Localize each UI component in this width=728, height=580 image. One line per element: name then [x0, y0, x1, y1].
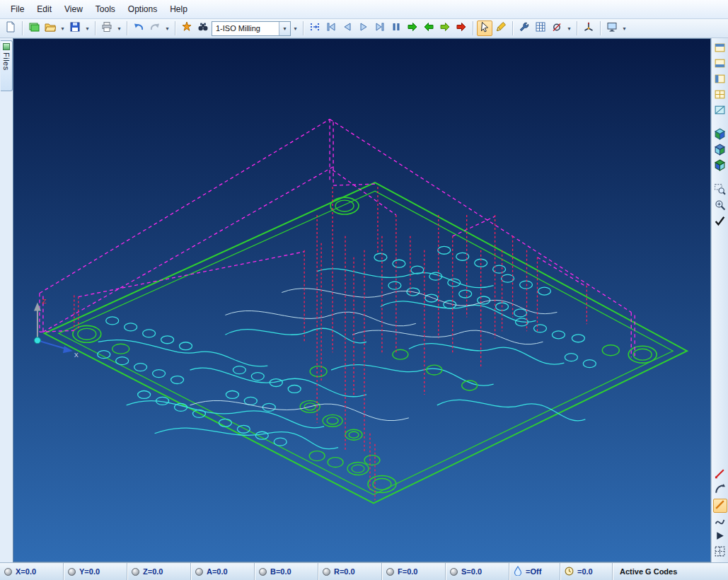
green-arrow-right-icon: [439, 21, 451, 35]
svg-text:X: X: [74, 352, 79, 359]
view-plane-button[interactable]: [713, 104, 727, 118]
toolbar-separator: [127, 21, 127, 35]
main-toolbar: ▾ ▾ ▾ ▾: [0, 19, 728, 38]
files-tab[interactable]: Files: [1, 40, 13, 91]
view-front-button[interactable]: [713, 57, 727, 71]
led-icon: [323, 568, 330, 576]
grid-toggle-button[interactable]: [713, 545, 727, 559]
table-icon: [535, 21, 546, 35]
zoom-window-button[interactable]: [713, 183, 727, 197]
machine-settings-button[interactable]: [179, 21, 195, 36]
timer-status: =0.0: [560, 563, 613, 580]
toolbar-separator: [175, 21, 175, 35]
dro-r-value: R=0.0: [334, 567, 355, 576]
app-window: File Edit View Tools Options Help ▾: [0, 0, 728, 580]
step-back-button[interactable]: [340, 21, 355, 36]
clock-icon: [565, 567, 574, 577]
skip-to-start-button[interactable]: [323, 21, 339, 36]
view-quad-button[interactable]: [713, 88, 727, 103]
spline-mode-button[interactable]: [713, 514, 727, 528]
droplet-icon: [514, 566, 522, 577]
run-forward-button[interactable]: [405, 21, 420, 36]
undo-icon: [133, 21, 144, 35]
redo-icon: [149, 21, 161, 35]
view-side-icon: [714, 73, 726, 88]
single-step-button[interactable]: [307, 21, 323, 36]
edit-pencil-button[interactable]: [493, 21, 509, 36]
save-dropdown-arrow[interactable]: ▾: [83, 21, 91, 36]
view-side-button[interactable]: [713, 73, 727, 87]
toolbar-separator: [577, 21, 577, 35]
menu-file[interactable]: File: [4, 1, 30, 17]
wedge-icon: [714, 530, 726, 545]
undo-button[interactable]: [131, 21, 146, 36]
led-icon: [132, 568, 139, 576]
play-button[interactable]: [356, 21, 371, 36]
fast-forward-button[interactable]: [437, 21, 453, 36]
toolpath-viewport[interactable]: Z X: [13, 38, 711, 562]
right-rail: [711, 38, 728, 562]
red-line-icon: [714, 468, 726, 482]
undo-dropdown-arrow[interactable]: ▾: [163, 21, 171, 36]
open-file-button[interactable]: [42, 21, 58, 36]
find-tool-button[interactable]: [195, 21, 211, 36]
diameter-icon: [551, 21, 562, 35]
layers-button[interactable]: [26, 21, 42, 36]
svg-text:Z: Z: [42, 297, 46, 305]
display-settings-button[interactable]: [604, 21, 620, 36]
main-area: Files: [0, 38, 728, 562]
line-mode-button[interactable]: [713, 499, 727, 513]
offsets-table-button[interactable]: [533, 21, 548, 36]
open-dropdown-arrow[interactable]: ▾: [59, 21, 67, 36]
new-file-icon: [5, 21, 16, 35]
play-icon: [358, 21, 369, 35]
stop-run-button[interactable]: [453, 21, 469, 36]
process-combo[interactable]: 1-ISO Milling ▾: [212, 21, 291, 36]
dro-f: F=0.0: [382, 563, 446, 580]
view-direction-button[interactable]: [713, 530, 727, 544]
toolbar-separator: [95, 21, 96, 35]
display-dropdown-arrow[interactable]: ▾: [620, 21, 628, 36]
led-icon: [450, 568, 458, 576]
process-dropdown-arrow[interactable]: ▾: [291, 21, 299, 36]
axis-setup-button[interactable]: [581, 21, 596, 36]
save-button[interactable]: [67, 21, 83, 36]
redraw-button[interactable]: [713, 214, 727, 228]
print-button[interactable]: [99, 21, 115, 36]
select-pointer-button[interactable]: [477, 21, 492, 36]
measure-dropdown-arrow[interactable]: ▾: [565, 21, 573, 36]
skip-to-end-button[interactable]: [372, 21, 388, 36]
tool-table-button[interactable]: [516, 21, 532, 36]
dro-s: S=0.0: [446, 563, 509, 580]
grid-icon: [714, 545, 726, 560]
pause-button[interactable]: [388, 21, 404, 36]
iso-view-3-button[interactable]: [713, 159, 727, 173]
process-combo-arrow[interactable]: ▾: [279, 22, 290, 35]
redo-button[interactable]: [147, 21, 163, 36]
left-rail: Files: [0, 38, 13, 562]
menu-help[interactable]: Help: [163, 1, 194, 17]
new-file-button[interactable]: [3, 21, 18, 36]
dro-a: A=0.0: [191, 563, 255, 580]
arc-cw-button[interactable]: [713, 483, 727, 497]
view-top-button[interactable]: [713, 42, 727, 56]
open-folder-icon: [45, 21, 56, 35]
toolbar-separator: [22, 21, 23, 35]
zoom-extents-button[interactable]: [713, 199, 727, 213]
menu-edit[interactable]: Edit: [30, 1, 58, 17]
iso-view-2-button[interactable]: [713, 144, 727, 158]
jog-line-button[interactable]: [713, 468, 727, 482]
menu-view[interactable]: View: [58, 1, 89, 17]
toolbar-separator: [303, 21, 304, 35]
save-icon: [69, 21, 81, 35]
run-reverse-button[interactable]: [421, 21, 437, 36]
iso-cube-icon: [714, 128, 726, 143]
menu-tools[interactable]: Tools: [89, 1, 122, 17]
iso-view-1-button[interactable]: [713, 128, 727, 142]
diameter-measure-button[interactable]: [549, 21, 565, 36]
toolbar-separator: [473, 21, 473, 35]
print-dropdown-arrow[interactable]: ▾: [115, 21, 123, 36]
menu-options[interactable]: Options: [122, 1, 163, 17]
timer-value: =0.0: [577, 567, 593, 576]
axis-triad-icon: [583, 21, 594, 35]
